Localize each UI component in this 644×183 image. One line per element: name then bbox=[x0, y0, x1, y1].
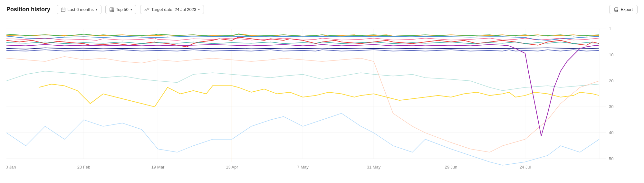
svg-text:1: 1 bbox=[609, 26, 611, 31]
top50-chevron: ▾ bbox=[130, 8, 132, 11]
svg-text:7 May: 7 May bbox=[297, 165, 309, 169]
top50-label: Top 50 bbox=[116, 7, 129, 12]
export-button[interactable]: Export bbox=[609, 5, 638, 14]
export-icon bbox=[614, 7, 619, 12]
svg-rect-4 bbox=[62, 10, 62, 10]
calendar-icon bbox=[61, 7, 65, 12]
svg-text:30: 30 bbox=[609, 104, 613, 109]
page-title: Position history bbox=[6, 6, 50, 13]
svg-text:23 Feb: 23 Feb bbox=[77, 165, 90, 169]
targetdate-chevron: ▾ bbox=[198, 8, 200, 11]
svg-text:40: 40 bbox=[609, 130, 613, 135]
svg-text:20: 20 bbox=[609, 78, 613, 83]
position-chart: 1 10 20 30 40 50 30 Jan 23 Feb 19 Mar 13… bbox=[6, 23, 625, 178]
last6months-button[interactable]: Last 6 months ▾ bbox=[57, 5, 101, 14]
top50-button[interactable]: Top 50 ▾ bbox=[105, 5, 136, 14]
svg-text:24 Jul: 24 Jul bbox=[520, 165, 531, 169]
svg-text:13 Apr: 13 Apr bbox=[226, 165, 238, 169]
export-label: Export bbox=[620, 7, 633, 12]
svg-rect-6 bbox=[64, 10, 64, 10]
trend-icon bbox=[144, 8, 149, 12]
last6months-label: Last 6 months bbox=[67, 7, 94, 12]
toolbar: Position history Last 6 months ▾ bbox=[0, 0, 644, 19]
svg-text:19 Mar: 19 Mar bbox=[151, 165, 165, 169]
svg-text:30 Jan: 30 Jan bbox=[6, 165, 16, 169]
position-history-widget: Position history Last 6 months ▾ bbox=[0, 0, 644, 183]
svg-text:31 May: 31 May bbox=[367, 165, 381, 169]
svg-rect-7 bbox=[110, 8, 114, 12]
last6months-chevron: ▾ bbox=[96, 8, 97, 11]
svg-text:29 Jun: 29 Jun bbox=[445, 165, 457, 169]
targetdate-label: Target date: 24 Jul 2023 bbox=[151, 7, 197, 12]
targetdate-button[interactable]: Target date: 24 Jul 2023 ▾ bbox=[140, 5, 204, 14]
svg-text:50: 50 bbox=[609, 156, 613, 161]
table-icon bbox=[110, 7, 114, 12]
svg-rect-5 bbox=[63, 10, 63, 10]
chart-area: 1 10 20 30 40 50 30 Jan 23 Feb 19 Mar 13… bbox=[0, 19, 644, 183]
svg-text:10: 10 bbox=[609, 52, 613, 57]
